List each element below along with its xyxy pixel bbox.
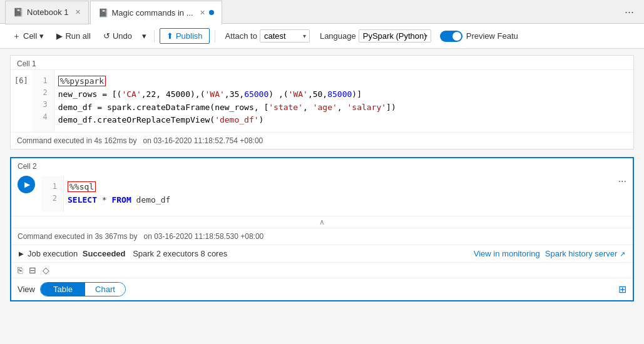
chart-tab[interactable]: Chart — [85, 283, 125, 296]
view-monitoring-link[interactable]: View in monitoring — [474, 249, 540, 258]
notebook-icon: 📓 — [13, 8, 23, 17]
cell2-line2: SELECT * FROM demo_df — [68, 194, 615, 207]
cell1-label: Cell 1 — [11, 56, 633, 69]
tab1-close[interactable]: ✕ — [75, 8, 81, 16]
chevron-down-icon: ▾ — [39, 31, 44, 41]
job-links: View in monitoring Spark history server … — [474, 249, 625, 258]
job-execution-label: Job execution Succeeded Spark 2 executor… — [28, 249, 227, 258]
plus-icon: ＋ — [13, 31, 21, 42]
divider1 — [154, 30, 155, 43]
tab2-label: Magic commands in ... — [112, 8, 193, 18]
cell1-line-numbers: 1 2 3 4 — [32, 70, 54, 132]
cell1-line1: %%pyspark — [58, 75, 630, 88]
cell-button[interactable]: ＋ Cell ▾ — [8, 28, 49, 44]
attach-select-wrapper: catest — [260, 29, 310, 43]
publish-button[interactable]: ⬆ Publish — [160, 28, 210, 44]
line-num-1: 1 — [38, 75, 48, 87]
cell2-run-button[interactable]: ▶ — [18, 176, 35, 193]
undo-icon: ↺ — [103, 31, 110, 41]
tab2-close[interactable]: ✕ — [200, 9, 205, 17]
chevron-btn[interactable]: ▾ — [140, 30, 149, 42]
language-select[interactable]: PySpark (Python) — [359, 29, 431, 43]
tab-more-button[interactable]: ··· — [620, 4, 639, 20]
toolbar: ＋ Cell ▾ ▶ Run all ↺ Undo ▾ ⬆ Publish At… — [0, 24, 644, 49]
cell1-line4: demo_df.createOrReplaceTempView('demo_df… — [58, 114, 630, 127]
publish-icon: ⬆ — [166, 31, 173, 41]
collapse-bar[interactable]: ∧ — [11, 216, 633, 228]
toggle-knob — [452, 32, 461, 41]
preview-toggle[interactable] — [440, 31, 463, 42]
cell1-line2: new_rows = [('CA',22, 45000),('WA',35,65… — [58, 88, 630, 101]
cell2-more-button[interactable]: ··· — [618, 176, 626, 187]
undo-button[interactable]: ↺ Undo — [98, 29, 137, 43]
tab1-label: Notebook 1 — [27, 8, 69, 17]
cell1-code-area: [6] 1 2 3 4 %%pyspark new_rows = [('CA',… — [11, 69, 633, 132]
filter-icon[interactable]: ⊟ — [29, 265, 36, 275]
view-tab-group: Table Chart — [40, 282, 126, 296]
line-num-4: 4 — [38, 111, 48, 123]
cell2-line-numbers: 1 2 — [41, 176, 64, 212]
unsaved-dot — [209, 10, 214, 15]
cell1-exec-num: [6] — [11, 70, 32, 132]
main-content: Cell 1 [6] 1 2 3 4 %%pyspark new_rows = … — [0, 49, 644, 344]
cell2-label: Cell 2 — [11, 158, 633, 172]
cell2: Cell 2 ▶ 1 2 %%sql SELECT * FROM demo_df… — [10, 157, 634, 301]
external-link-icon: ↗ — [620, 250, 625, 258]
tab-notebook1[interactable]: 📓 Notebook 1 ✕ — [5, 1, 89, 24]
copy-icon[interactable]: ⎘ — [18, 265, 23, 275]
table-tab[interactable]: Table — [41, 283, 85, 296]
preview-label: Preview Featu — [466, 31, 518, 41]
cell1-status: Command executed in 4s 162ms by on 03-16… — [11, 132, 633, 149]
run-all-icon: ▶ — [56, 31, 63, 41]
cell1-code-lines[interactable]: %%pyspark new_rows = [('CA',22, 45000),(… — [54, 70, 633, 132]
output-toolbar: ⎘ ⊟ ◇ — [11, 262, 633, 278]
cell2-status: Command executed in 3s 367ms by on 03-16… — [11, 228, 633, 245]
cell2-code-area: ▶ 1 2 %%sql SELECT * FROM demo_df ··· — [11, 172, 633, 216]
tab-bar: 📓 Notebook 1 ✕ 📓 Magic commands in ... ✕… — [0, 0, 644, 24]
line-num-3: 3 — [38, 99, 48, 111]
run-icon: ▶ — [24, 180, 30, 189]
cell2-code-lines[interactable]: %%sql SELECT * FROM demo_df — [64, 176, 618, 212]
language-label: Language — [320, 31, 356, 41]
cell2-line-num-2: 2 — [48, 193, 57, 205]
tab-magic-commands[interactable]: 📓 Magic commands in ... ✕ — [90, 1, 222, 24]
line-num-2: 2 — [38, 87, 48, 99]
cell1-line3: demo_df = spark.createDataFrame(new_rows… — [58, 101, 630, 114]
preview-toggle-container: Preview Featu — [440, 31, 518, 42]
cell2-line1: %%sql — [68, 181, 615, 194]
cell2-line-num-1: 1 — [48, 181, 57, 193]
expand-icon[interactable]: ⊞ — [618, 283, 626, 295]
attach-select[interactable]: catest — [260, 29, 310, 43]
divider2 — [215, 30, 215, 43]
spark-history-link[interactable]: Spark history server ↗ — [545, 249, 625, 258]
cell1: Cell 1 [6] 1 2 3 4 %%pyspark new_rows = … — [10, 55, 634, 149]
magic-pyspark: %%pyspark — [58, 76, 106, 86]
cell2-inner-code: 1 2 %%sql SELECT * FROM demo_df — [41, 176, 618, 212]
magic-sql: %%sql — [68, 181, 96, 192]
job-status-bar: ▶ Job execution Succeeded Spark 2 execut… — [11, 245, 633, 262]
clear-icon[interactable]: ◇ — [43, 265, 49, 275]
view-row: View Table Chart ⊞ — [11, 278, 633, 300]
view-label: View — [18, 285, 35, 294]
language-select-wrapper: PySpark (Python) — [359, 29, 431, 43]
cell2-code-wrapper: 1 2 %%sql SELECT * FROM demo_df — [41, 176, 618, 212]
attach-to-label: Attach to — [225, 31, 257, 41]
run-all-button[interactable]: ▶ Run all — [51, 29, 95, 43]
play-small-icon: ▶ — [19, 250, 24, 257]
notebook2-icon: 📓 — [98, 8, 108, 18]
